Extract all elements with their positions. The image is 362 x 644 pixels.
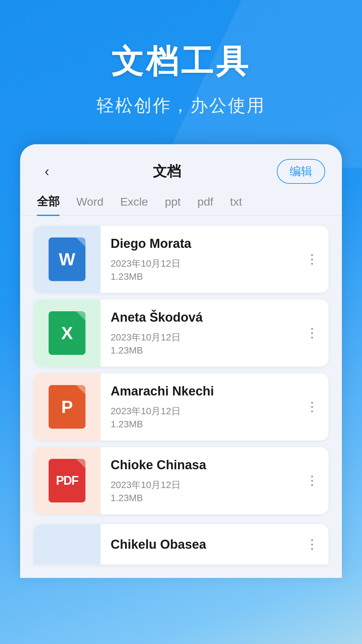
file-name: Diego Morata [111, 236, 289, 251]
tab-excel[interactable]: Excle [120, 195, 148, 214]
file-size: 1.23MB [111, 419, 289, 430]
file-date: 2023年10月12日 [111, 330, 289, 345]
file-info: Amarachi Nkechi 2023年10月12日 1.23MB [101, 374, 296, 440]
icon-corner [76, 385, 85, 394]
tab-pdf[interactable]: pdf [197, 195, 213, 214]
main-card: ‹ 文档 编辑 全部 Word Excle ppt pdf txt W Dieg… [20, 144, 342, 578]
file-info: Chioke Chinasa 2023年10月12日 1.23MB [101, 448, 296, 514]
pdf-icon: PDF [49, 459, 85, 502]
icon-corner [76, 237, 85, 247]
file-size: 1.23MB [111, 493, 289, 503]
icon-label: W [59, 249, 75, 269]
file-item[interactable]: P Amarachi Nkechi 2023年10月12日 1.23MB ⋮ [34, 373, 328, 440]
file-date: 2023年10月12日 [111, 256, 289, 271]
subtitle: 轻松创作，办公使用 [0, 94, 362, 117]
file-name: Chioke Chinasa [111, 458, 289, 472]
more-button[interactable]: ⋮ [296, 467, 328, 495]
file-icon-bg: X [34, 300, 101, 367]
file-date: 2023年10月12日 [111, 404, 289, 419]
page-title: 文档 [153, 162, 181, 181]
tab-word[interactable]: Word [76, 195, 104, 214]
file-icon-bg: W [34, 226, 101, 293]
more-button[interactable]: ⋮ [296, 319, 328, 347]
file-item[interactable]: X Aneta Škodová 2023年10月12日 1.23MB ⋮ [34, 300, 328, 367]
more-button[interactable]: ⋮ [296, 393, 328, 421]
main-title: 文档工具 [0, 40, 362, 84]
partial-file-name: Chikelu Obasea [101, 537, 296, 552]
tabs-bar: 全部 Word Excle ppt pdf txt [20, 191, 342, 216]
file-date: 2023年10月12日 [111, 478, 289, 493]
excel-icon: X [49, 311, 85, 355]
file-size: 1.23MB [111, 345, 289, 356]
edit-button[interactable]: 编辑 [277, 159, 325, 184]
more-button[interactable]: ⋮ [296, 530, 328, 558]
icon-label: P [61, 397, 73, 417]
file-icon-bg: P [34, 373, 101, 440]
partial-icon-bg [34, 524, 101, 565]
file-size: 1.23MB [111, 271, 289, 282]
icon-label: PDF [56, 474, 78, 488]
icon-label: X [61, 323, 73, 343]
partial-file-card[interactable]: Chikelu Obasea ⋮ [34, 524, 328, 565]
back-button[interactable]: ‹ [37, 163, 57, 179]
ppt-icon: P [49, 385, 85, 429]
word-icon: W [49, 237, 85, 281]
tab-txt[interactable]: txt [230, 195, 242, 214]
file-item[interactable]: W Diego Morata 2023年10月12日 1.23MB ⋮ [34, 226, 328, 293]
header-section: 文档工具 轻松创作，办公使用 [0, 0, 362, 144]
nav-bar: ‹ 文档 编辑 [20, 144, 342, 191]
tab-all[interactable]: 全部 [37, 194, 60, 215]
file-list: W Diego Morata 2023年10月12日 1.23MB ⋮ X An… [20, 226, 342, 514]
tab-ppt[interactable]: ppt [165, 195, 181, 214]
more-button[interactable]: ⋮ [296, 245, 328, 273]
file-name: Aneta Škodová [111, 310, 289, 325]
icon-corner [76, 311, 85, 321]
file-name: Amarachi Nkechi [111, 384, 289, 398]
file-info: Aneta Škodová 2023年10月12日 1.23MB [101, 300, 296, 366]
file-info: Diego Morata 2023年10月12日 1.23MB [101, 226, 296, 292]
file-item[interactable]: PDF Chioke Chinasa 2023年10月12日 1.23MB ⋮ [34, 447, 328, 514]
file-icon-bg: PDF [34, 447, 101, 514]
icon-corner [76, 459, 85, 468]
